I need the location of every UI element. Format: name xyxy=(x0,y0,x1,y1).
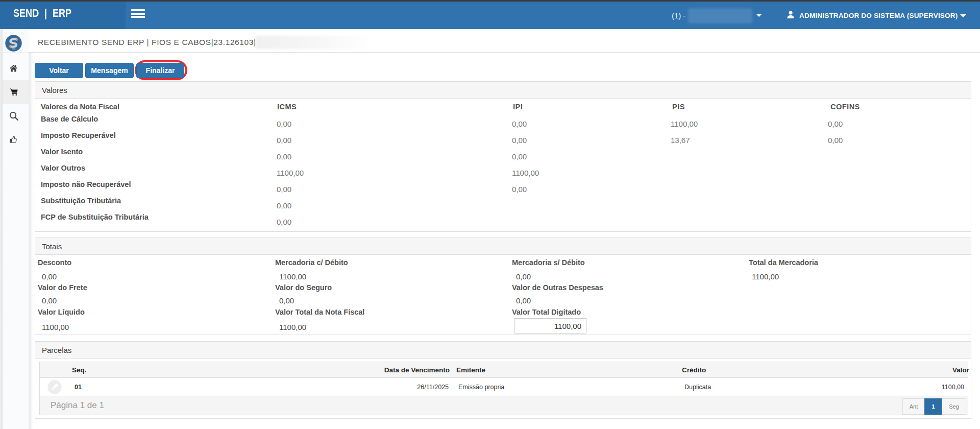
svg-text:erp: erp xyxy=(12,47,15,50)
